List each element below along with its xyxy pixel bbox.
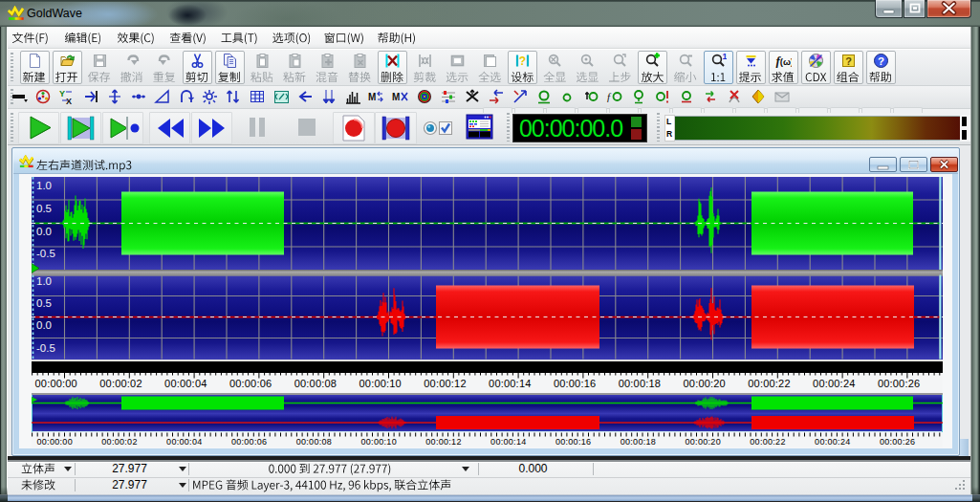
svg-text:f: f [607, 91, 612, 102]
svg-text:M: M [368, 92, 376, 102]
svg-text:?: ? [878, 55, 884, 67]
svg-text:?: ? [519, 55, 526, 68]
svg-text:Y: Y [59, 89, 65, 98]
svg-text:1: 1 [722, 53, 727, 61]
svg-text:?: ? [845, 55, 852, 67]
svg-text:M: M [392, 92, 400, 102]
svg-text:X: X [66, 97, 72, 106]
svg-text:(ω): (ω) [779, 56, 791, 67]
